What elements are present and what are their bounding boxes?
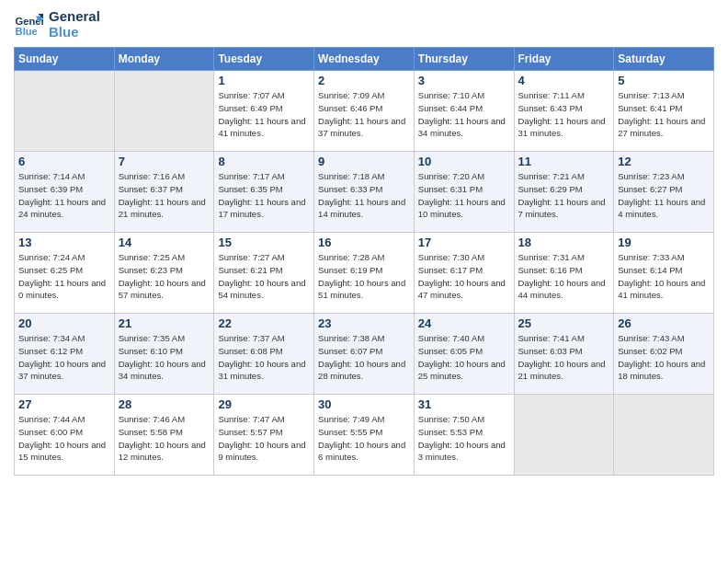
day-info: Sunrise: 7:24 AMSunset: 6:25 PMDaylight:… [18, 251, 110, 302]
day-number: 28 [119, 397, 210, 411]
day-number: 7 [119, 155, 210, 168]
header: General Blue General Blue [14, 9, 714, 40]
calendar-cell: 12Sunrise: 7:23 AMSunset: 6:27 PMDayligh… [614, 152, 714, 233]
calendar-cell: 31Sunrise: 7:50 AMSunset: 5:53 PMDayligh… [414, 395, 514, 476]
day-info: Sunrise: 7:28 AMSunset: 6:19 PMDaylight:… [318, 251, 410, 302]
calendar-cell: 25Sunrise: 7:41 AMSunset: 6:03 PMDayligh… [514, 314, 614, 395]
day-number: 29 [218, 397, 310, 411]
day-number: 25 [518, 316, 610, 330]
day-info: Sunrise: 7:38 AMSunset: 6:07 PMDaylight:… [318, 332, 410, 383]
day-info: Sunrise: 7:25 AMSunset: 6:23 PMDaylight:… [119, 251, 210, 302]
day-number: 12 [618, 155, 710, 168]
logo-icon: General Blue [14, 10, 43, 40]
day-info: Sunrise: 7:18 AMSunset: 6:33 PMDaylight:… [318, 170, 410, 221]
calendar-cell: 14Sunrise: 7:25 AMSunset: 6:23 PMDayligh… [114, 233, 214, 314]
day-number: 27 [18, 397, 110, 411]
calendar-cell [514, 395, 614, 476]
calendar-cell: 15Sunrise: 7:27 AMSunset: 6:21 PMDayligh… [214, 233, 314, 314]
day-info: Sunrise: 7:34 AMSunset: 6:12 PMDaylight:… [18, 332, 110, 383]
day-info: Sunrise: 7:17 AMSunset: 6:35 PMDaylight:… [218, 170, 310, 221]
day-number: 13 [18, 236, 110, 249]
calendar-cell: 10Sunrise: 7:20 AMSunset: 6:31 PMDayligh… [414, 152, 514, 233]
day-info: Sunrise: 7:49 AMSunset: 5:55 PMDaylight:… [318, 413, 410, 464]
weekday-header-wednesday: Wednesday [314, 48, 415, 71]
calendar-cell: 9Sunrise: 7:18 AMSunset: 6:33 PMDaylight… [314, 152, 415, 233]
day-number: 2 [318, 74, 410, 87]
calendar-cell: 19Sunrise: 7:33 AMSunset: 6:14 PMDayligh… [614, 233, 714, 314]
day-number: 15 [218, 236, 310, 249]
calendar-cell: 16Sunrise: 7:28 AMSunset: 6:19 PMDayligh… [314, 233, 415, 314]
day-number: 14 [119, 236, 210, 249]
day-info: Sunrise: 7:50 AMSunset: 5:53 PMDaylight:… [418, 413, 510, 464]
day-number: 1 [218, 74, 310, 87]
logo-line2: Blue [49, 25, 100, 40]
day-info: Sunrise: 7:33 AMSunset: 6:14 PMDaylight:… [618, 251, 710, 302]
week-row-2: 6Sunrise: 7:14 AMSunset: 6:39 PMDaylight… [15, 152, 714, 233]
calendar-cell: 27Sunrise: 7:44 AMSunset: 6:00 PMDayligh… [15, 395, 115, 476]
day-number: 18 [518, 236, 610, 249]
day-info: Sunrise: 7:46 AMSunset: 5:58 PMDaylight:… [119, 413, 210, 464]
day-info: Sunrise: 7:41 AMSunset: 6:03 PMDaylight:… [518, 332, 610, 383]
page-container: General Blue General Blue SundayMondayTu… [0, 0, 728, 485]
calendar-cell: 22Sunrise: 7:37 AMSunset: 6:08 PMDayligh… [214, 314, 314, 395]
calendar-cell [15, 71, 115, 152]
day-number: 30 [318, 397, 410, 411]
calendar-cell: 21Sunrise: 7:35 AMSunset: 6:10 PMDayligh… [114, 314, 214, 395]
day-number: 22 [218, 316, 310, 330]
day-info: Sunrise: 7:20 AMSunset: 6:31 PMDaylight:… [418, 170, 510, 221]
calendar-cell: 29Sunrise: 7:47 AMSunset: 5:57 PMDayligh… [214, 395, 314, 476]
weekday-header-thursday: Thursday [414, 48, 514, 71]
week-row-4: 20Sunrise: 7:34 AMSunset: 6:12 PMDayligh… [15, 314, 714, 395]
day-info: Sunrise: 7:27 AMSunset: 6:21 PMDaylight:… [218, 251, 310, 302]
day-number: 31 [418, 397, 510, 411]
day-info: Sunrise: 7:35 AMSunset: 6:10 PMDaylight:… [119, 332, 210, 383]
calendar-cell: 11Sunrise: 7:21 AMSunset: 6:29 PMDayligh… [514, 152, 614, 233]
weekday-header-tuesday: Tuesday [214, 48, 314, 71]
day-info: Sunrise: 7:11 AMSunset: 6:43 PMDaylight:… [518, 89, 610, 140]
calendar-cell: 18Sunrise: 7:31 AMSunset: 6:16 PMDayligh… [514, 233, 614, 314]
day-info: Sunrise: 7:47 AMSunset: 5:57 PMDaylight:… [218, 413, 310, 464]
calendar-cell: 5Sunrise: 7:13 AMSunset: 6:41 PMDaylight… [614, 71, 714, 152]
logo-line1: General [49, 9, 100, 25]
day-number: 24 [418, 316, 510, 330]
weekday-header-saturday: Saturday [614, 48, 714, 71]
calendar-cell: 23Sunrise: 7:38 AMSunset: 6:07 PMDayligh… [314, 314, 415, 395]
day-number: 6 [18, 155, 110, 168]
day-number: 21 [119, 316, 210, 330]
day-number: 19 [618, 236, 710, 249]
day-info: Sunrise: 7:37 AMSunset: 6:08 PMDaylight:… [218, 332, 310, 383]
weekday-header-friday: Friday [514, 48, 614, 71]
day-info: Sunrise: 7:16 AMSunset: 6:37 PMDaylight:… [119, 170, 210, 221]
calendar-cell: 28Sunrise: 7:46 AMSunset: 5:58 PMDayligh… [114, 395, 214, 476]
week-row-3: 13Sunrise: 7:24 AMSunset: 6:25 PMDayligh… [15, 233, 714, 314]
day-info: Sunrise: 7:40 AMSunset: 6:05 PMDaylight:… [418, 332, 510, 383]
day-info: Sunrise: 7:30 AMSunset: 6:17 PMDaylight:… [418, 251, 510, 302]
calendar-cell: 20Sunrise: 7:34 AMSunset: 6:12 PMDayligh… [15, 314, 115, 395]
day-number: 4 [518, 74, 610, 87]
weekday-header-row: SundayMondayTuesdayWednesdayThursdayFrid… [15, 48, 714, 71]
calendar-cell: 24Sunrise: 7:40 AMSunset: 6:05 PMDayligh… [414, 314, 514, 395]
day-info: Sunrise: 7:13 AMSunset: 6:41 PMDaylight:… [618, 89, 710, 140]
day-info: Sunrise: 7:10 AMSunset: 6:44 PMDaylight:… [418, 89, 510, 140]
calendar-cell [114, 71, 214, 152]
logo: General Blue General Blue [14, 9, 100, 40]
calendar-cell: 7Sunrise: 7:16 AMSunset: 6:37 PMDaylight… [114, 152, 214, 233]
weekday-header-monday: Monday [114, 48, 214, 71]
day-info: Sunrise: 7:23 AMSunset: 6:27 PMDaylight:… [618, 170, 710, 221]
calendar-cell: 26Sunrise: 7:43 AMSunset: 6:02 PMDayligh… [614, 314, 714, 395]
calendar-cell: 13Sunrise: 7:24 AMSunset: 6:25 PMDayligh… [15, 233, 115, 314]
calendar-cell [614, 395, 714, 476]
calendar-table: SundayMondayTuesdayWednesdayThursdayFrid… [14, 47, 714, 476]
day-number: 10 [418, 155, 510, 168]
day-number: 20 [18, 316, 110, 330]
day-number: 9 [318, 155, 410, 168]
day-info: Sunrise: 7:14 AMSunset: 6:39 PMDaylight:… [18, 170, 110, 221]
day-info: Sunrise: 7:43 AMSunset: 6:02 PMDaylight:… [618, 332, 710, 383]
day-info: Sunrise: 7:07 AMSunset: 6:49 PMDaylight:… [218, 89, 310, 140]
day-number: 26 [618, 316, 710, 330]
weekday-header-sunday: Sunday [15, 48, 115, 71]
calendar-cell: 3Sunrise: 7:10 AMSunset: 6:44 PMDaylight… [414, 71, 514, 152]
calendar-cell: 2Sunrise: 7:09 AMSunset: 6:46 PMDaylight… [314, 71, 415, 152]
calendar-cell: 6Sunrise: 7:14 AMSunset: 6:39 PMDaylight… [15, 152, 115, 233]
day-number: 23 [318, 316, 410, 330]
